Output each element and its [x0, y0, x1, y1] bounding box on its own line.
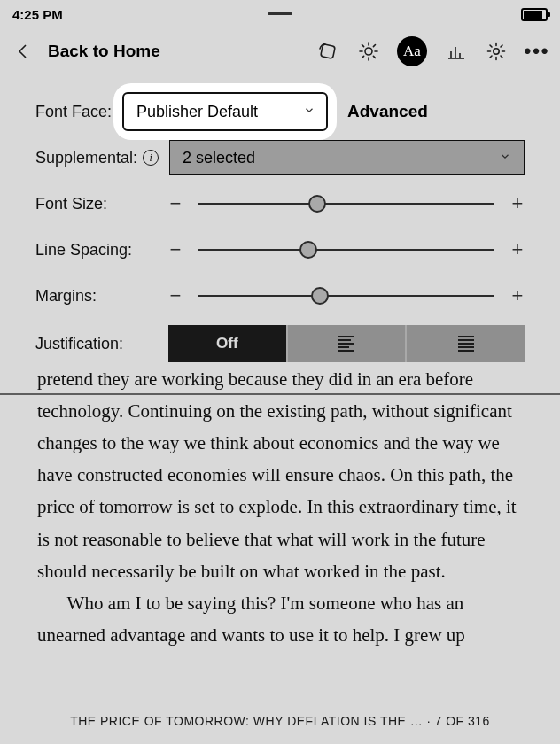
font-settings-icon[interactable]: Aa [397, 36, 427, 66]
font-face-dropdown[interactable]: Publisher Default [122, 92, 328, 131]
justification-full[interactable] [405, 325, 525, 362]
svg-rect-0 [321, 43, 336, 58]
gear-icon[interactable] [484, 39, 509, 64]
supplemental-value: 2 selected [183, 149, 255, 167]
align-justify-icon [458, 336, 474, 352]
font-settings-panel: Font Face: Publisher Default Advanced Su… [0, 74, 560, 395]
justification-off[interactable]: Off [168, 325, 286, 362]
clock: 4:25 PM [12, 7, 63, 22]
status-bar: 4:25 PM [0, 0, 560, 28]
svg-point-14 [494, 48, 499, 53]
supplemental-label: Supplemental: i [35, 149, 159, 167]
justification-segmented: Off [168, 325, 525, 362]
svg-line-7 [373, 56, 375, 58]
info-icon[interactable]: i [143, 150, 159, 166]
chevron-down-icon [499, 149, 511, 167]
line-spacing-minus[interactable]: − [168, 238, 183, 261]
top-toolbar: Back to Home Aa ••• [0, 28, 560, 74]
chevron-down-icon [303, 103, 315, 121]
brightness-icon[interactable] [356, 39, 381, 64]
battery-icon [521, 8, 548, 21]
font-face-value: Publisher Default [136, 103, 258, 121]
svg-line-9 [373, 44, 375, 46]
svg-point-1 [365, 48, 372, 55]
line-spacing-plus[interactable]: + [510, 238, 525, 261]
font-face-label: Font Face: [35, 103, 122, 121]
font-size-plus[interactable]: + [510, 192, 525, 215]
font-size-label: Font Size: [35, 195, 168, 213]
font-size-minus[interactable]: − [168, 192, 183, 215]
align-left-icon [338, 336, 354, 352]
drag-handle[interactable] [268, 12, 292, 15]
font-size-slider[interactable] [198, 193, 494, 214]
margins-plus[interactable]: + [510, 284, 525, 307]
svg-line-8 [362, 56, 364, 58]
margins-slider[interactable] [198, 285, 494, 306]
line-spacing-label: Line Spacing: [35, 241, 168, 260]
more-icon[interactable]: ••• [525, 39, 549, 64]
supplemental-dropdown[interactable]: 2 selected [169, 140, 525, 175]
page-footer: THE PRICE OF TOMORROW: WHY DEFLATION IS … [0, 698, 560, 744]
margins-minus[interactable]: − [168, 284, 183, 307]
line-spacing-slider[interactable] [198, 239, 494, 260]
stats-icon[interactable] [443, 39, 468, 64]
margins-label: Margins: [35, 287, 168, 306]
paragraph: Who am I to be saying this? I'm someone … [37, 587, 523, 651]
reading-content[interactable]: pretend they are working because they di… [0, 363, 560, 698]
justification-left[interactable] [286, 325, 406, 362]
toolbar-title[interactable]: Back to Home [48, 42, 160, 61]
back-arrow-icon[interactable] [11, 39, 35, 64]
justification-label: Justification: [35, 335, 168, 353]
advanced-link[interactable]: Advanced [347, 102, 428, 121]
paragraph: pretend they are working because they di… [37, 363, 523, 587]
svg-line-6 [362, 44, 364, 46]
rotate-icon[interactable] [315, 39, 340, 64]
